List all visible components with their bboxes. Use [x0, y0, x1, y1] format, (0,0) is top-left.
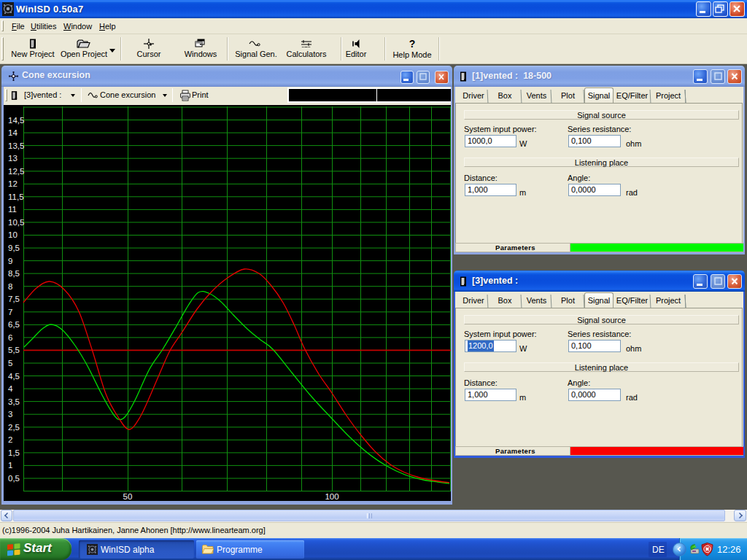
svg-text:13: 13 — [8, 154, 18, 163]
svg-text:5,5: 5,5 — [8, 346, 20, 354]
svg-text:11: 11 — [8, 205, 17, 214]
svg-text:14: 14 — [8, 128, 18, 137]
svg-text:8,5: 8,5 — [8, 269, 20, 278]
svg-text:8: 8 — [8, 282, 12, 291]
svg-text:3,5: 3,5 — [8, 397, 20, 406]
svg-text:5: 5 — [8, 359, 12, 368]
svg-text:3: 3 — [8, 410, 12, 419]
svg-text:0,5: 0,5 — [8, 474, 20, 483]
svg-text:4: 4 — [8, 384, 13, 393]
svg-text:11,5: 11,5 — [8, 192, 24, 201]
svg-text:2: 2 — [8, 435, 12, 444]
svg-text:4,5: 4,5 — [8, 372, 20, 381]
svg-text:9,5: 9,5 — [8, 244, 20, 252]
svg-text:12: 12 — [8, 179, 18, 188]
svg-text:14,5: 14,5 — [8, 116, 24, 125]
svg-text:6: 6 — [8, 333, 12, 342]
svg-text:7,5: 7,5 — [8, 295, 20, 303]
svg-text:9: 9 — [8, 257, 12, 265]
svg-text:10: 10 — [8, 230, 18, 239]
svg-text:6,5: 6,5 — [8, 320, 20, 329]
svg-text:1,5: 1,5 — [8, 448, 20, 457]
svg-text:1: 1 — [8, 461, 12, 470]
svg-text:100: 100 — [325, 492, 338, 501]
svg-text:2,5: 2,5 — [8, 423, 20, 432]
svg-text:12,5: 12,5 — [8, 167, 24, 176]
svg-text:10,5: 10,5 — [8, 218, 24, 227]
svg-text:13,5: 13,5 — [8, 141, 24, 150]
svg-text:50: 50 — [123, 492, 133, 501]
svg-text:7: 7 — [8, 308, 12, 316]
